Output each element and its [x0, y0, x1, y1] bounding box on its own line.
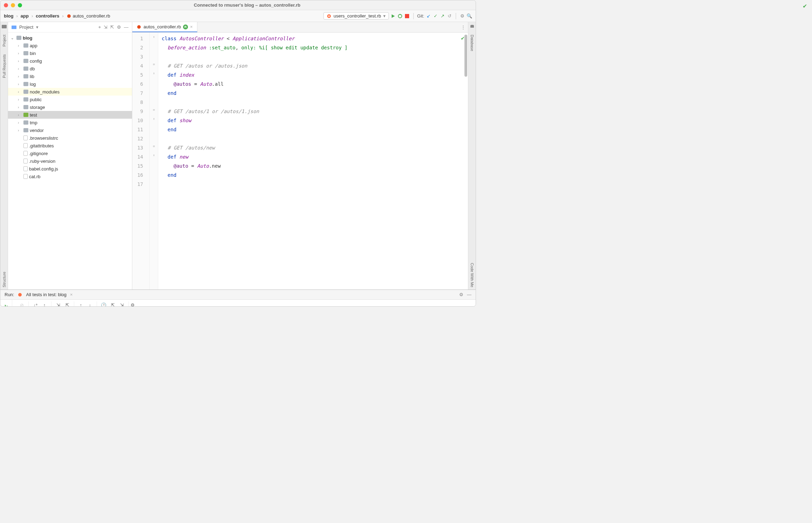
tree-folder[interactable]: ›public — [8, 96, 132, 103]
prev-failed-button[interactable]: ↑ — [77, 301, 85, 307]
tree-file[interactable]: .gitignore — [8, 149, 132, 157]
editor-tab[interactable]: autos_controller.rb R × — [132, 22, 197, 32]
run-configuration-selector[interactable]: users_controller_test.rb ▾ — [323, 12, 389, 20]
git-update-icon[interactable]: ↙ — [426, 13, 431, 19]
ruby-file-icon — [66, 14, 71, 19]
tree-arrow-icon[interactable]: › — [18, 105, 22, 109]
line-number-gutter[interactable]: 1234567891011121314151617 — [132, 33, 150, 290]
tree-arrow-icon[interactable]: › — [18, 75, 22, 78]
search-icon[interactable]: 🔍 — [467, 13, 472, 19]
git-commit-icon[interactable]: ✓ — [433, 13, 438, 19]
tab-options-icon[interactable]: ⋮ — [460, 25, 466, 30]
import-tests-button[interactable]: ⇱ — [109, 301, 117, 307]
close-tab-icon[interactable]: × — [190, 24, 193, 29]
close-run-tab-icon[interactable]: × — [70, 292, 73, 297]
chevron-right-icon: › — [16, 13, 18, 19]
tree-folder[interactable]: ›vendor — [8, 126, 132, 134]
tree-folder[interactable]: ›app — [8, 42, 132, 49]
tree-arrow-icon[interactable]: › — [18, 67, 22, 71]
show-ignored-button[interactable]: ⊘ — [18, 301, 26, 307]
structure-tool-tab[interactable]: Structure — [1, 270, 7, 290]
tree-folder[interactable]: ›config — [8, 57, 132, 65]
tree-arrow-icon[interactable]: › — [18, 98, 22, 102]
tree-folder[interactable]: ›lib — [8, 72, 132, 80]
test-history-button[interactable]: 🕑 — [100, 301, 107, 307]
breadcrumb-item[interactable]: autos_controller.rb — [73, 13, 110, 19]
expand-all-icon[interactable]: ⇲ — [104, 25, 107, 30]
tree-arrow-icon[interactable]: › — [18, 113, 22, 117]
git-push-icon[interactable]: ↗ — [440, 13, 445, 19]
tree-folder[interactable]: ›db — [8, 65, 132, 72]
tree-file[interactable]: .gitattributes — [8, 142, 132, 149]
gutter-marks[interactable]: ⬍≡⬍≡⬍≡⬍ — [150, 33, 158, 290]
select-opened-icon[interactable]: ⌖ — [98, 25, 101, 30]
code-content[interactable]: class AutosController < ApplicationContr… — [158, 33, 468, 290]
tree-file[interactable]: .browserslistrc — [8, 134, 132, 142]
tree-label: storage — [30, 105, 45, 110]
project-tree[interactable]: ⌄blog›app›bin›config›db›lib›log›node_mod… — [8, 33, 132, 290]
git-history-icon[interactable]: ↺ — [447, 13, 452, 19]
tree-arrow-icon[interactable]: › — [18, 121, 22, 125]
test-run-icon — [18, 292, 22, 297]
tree-folder[interactable]: ›test — [8, 111, 132, 119]
folder-icon — [23, 59, 28, 63]
breadcrumb-item[interactable]: app — [21, 13, 29, 19]
code-area[interactable]: 1234567891011121314151617 ⬍≡⬍≡⬍≡⬍ class … — [132, 33, 468, 290]
hide-icon[interactable]: — — [124, 25, 128, 30]
inspection-ok-icon[interactable]: ✔ — [461, 35, 464, 41]
rerun-button[interactable]: ↻ — [2, 302, 10, 307]
expand-all-button[interactable]: ⇲ — [54, 301, 62, 307]
minimize-button[interactable] — [11, 3, 15, 7]
breadcrumb-item[interactable]: controllers — [36, 13, 59, 19]
debug-button[interactable] — [397, 13, 403, 19]
test-config-icon — [327, 14, 331, 19]
left-tool-stripe: Project Pull Requests Structure — [0, 22, 8, 290]
database-tool-icon[interactable] — [470, 24, 475, 29]
project-tool-tab[interactable]: Project — [1, 33, 7, 49]
breadcrumb-item[interactable]: blog — [4, 13, 13, 19]
tree-file[interactable]: .ruby-version — [8, 157, 132, 165]
tree-arrow-icon[interactable]: › — [18, 128, 22, 132]
run-button[interactable] — [390, 13, 396, 19]
tree-arrow-icon[interactable]: › — [18, 44, 22, 48]
run-settings-icon[interactable]: ⚙ — [459, 292, 463, 297]
tree-arrow-icon[interactable]: › — [18, 51, 22, 55]
sort-button[interactable]: ↓ᵃ — [31, 301, 39, 307]
project-sidebar: Project ▾ ⌖ ⇲ ⇱ ⚙ — ⌄blog›app›bin›config… — [8, 22, 132, 290]
tree-file[interactable]: cat.rb — [8, 173, 132, 180]
hide-icon[interactable]: — — [467, 292, 471, 297]
settings-icon[interactable]: ⚙ — [117, 25, 121, 30]
tree-folder[interactable]: ⌄blog — [8, 34, 132, 42]
maximize-button[interactable] — [18, 3, 22, 7]
project-header: Project ▾ ⌖ ⇲ ⇱ ⚙ — — [8, 22, 132, 33]
sort-duration-button[interactable]: ↕ — [41, 301, 48, 307]
collapse-all-button[interactable]: ⇱ — [63, 301, 71, 307]
tree-folder[interactable]: ›bin — [8, 49, 132, 57]
export-tests-button[interactable]: ⇲ — [118, 301, 126, 307]
tree-file[interactable]: babel.config.js — [8, 165, 132, 173]
tree-folder[interactable]: ›log — [8, 80, 132, 88]
tree-folder[interactable]: ›node_modules — [8, 88, 132, 96]
svg-rect-5 — [2, 25, 7, 28]
collapse-all-icon[interactable]: ⇱ — [110, 25, 114, 30]
dropdown-icon[interactable]: ▾ — [36, 25, 38, 30]
run-panel-title[interactable]: All tests in test: blog — [26, 292, 66, 297]
test-settings-button[interactable]: ⚙ — [129, 301, 136, 307]
settings-icon[interactable]: ⚙ — [460, 13, 465, 19]
tree-arrow-icon[interactable]: › — [18, 82, 22, 86]
project-tool-icon[interactable] — [2, 24, 7, 29]
scrollbar[interactable] — [464, 35, 467, 77]
close-button[interactable] — [4, 3, 8, 7]
next-failed-button[interactable]: ↓ — [86, 301, 94, 307]
database-tool-tab[interactable]: Database — [469, 33, 475, 53]
tree-arrow-icon[interactable]: › — [18, 59, 22, 63]
tree-arrow-icon[interactable]: ⌄ — [11, 36, 15, 40]
pull-requests-tool-tab[interactable]: Pull Requests — [1, 52, 7, 80]
stop-button[interactable] — [404, 13, 410, 19]
tree-folder[interactable]: ›storage — [8, 103, 132, 111]
codewithme-tool-tab[interactable]: Code With Me — [469, 261, 475, 290]
tree-arrow-icon[interactable]: › — [18, 90, 22, 94]
tree-label: babel.config.js — [29, 166, 58, 172]
tree-folder[interactable]: ›tmp — [8, 119, 132, 126]
project-header-label[interactable]: Project — [19, 25, 33, 30]
